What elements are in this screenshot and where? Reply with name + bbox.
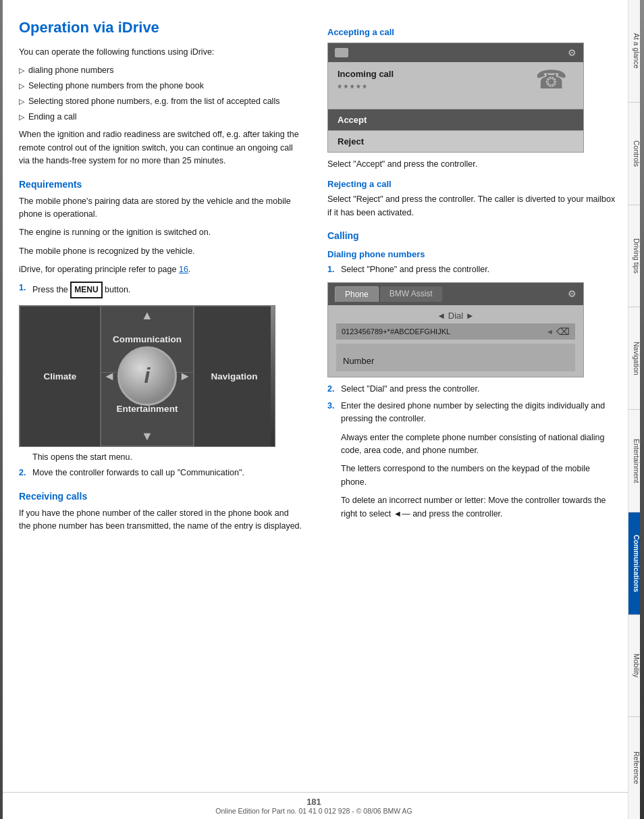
bullet-text-1: dialing phone numbers bbox=[28, 64, 113, 77]
req-para4-prefix: iDrive, for operating principle refer to… bbox=[19, 265, 179, 274]
center-knob: i bbox=[117, 346, 177, 406]
r-step3-text: Enter the desired phone number by select… bbox=[341, 400, 616, 426]
bullet-text-2: Selecting phone numbers from the phone b… bbox=[28, 80, 204, 93]
rejecting-body: Select "Reject" and press the controller… bbox=[327, 193, 616, 219]
menu-button: MENU bbox=[70, 282, 102, 298]
incoming-call-header: ⚙ bbox=[328, 43, 583, 62]
accept-button[interactable]: Accept bbox=[328, 109, 583, 130]
navigation-label: Navigation bbox=[211, 371, 257, 381]
step2-text: Move the controller forwards to call up … bbox=[32, 467, 244, 479]
step2-num: 2. bbox=[19, 467, 32, 479]
dial-label: Dial bbox=[448, 311, 463, 321]
caption-text: This opens the start menu. bbox=[32, 451, 302, 464]
bullet-arrow-1: ▷ bbox=[19, 65, 24, 76]
arrow-down-icon: ▼ bbox=[141, 429, 153, 444]
handset-icon: ☎ bbox=[535, 65, 567, 95]
step1-item: 1. Press the MENU button. bbox=[19, 282, 302, 298]
bullet-list: ▷ dialing phone numbers ▷ Selecting phon… bbox=[19, 64, 302, 123]
bullet-item-2: ▷ Selecting phone numbers from the phone… bbox=[19, 80, 302, 93]
r-step2-text: Select "Dial" and press the controller. bbox=[341, 383, 480, 396]
dialing-heading: Dialing phone numbers bbox=[327, 249, 616, 259]
body-para: When the ignition and radio readiness ar… bbox=[19, 128, 302, 167]
phone-dial-screenshot: Phone BMW Assist ⚙ ◄ Dial ► 0123456789+*… bbox=[327, 282, 584, 377]
page-title: Operation via iDrive bbox=[19, 19, 302, 36]
dial-header: Phone BMW Assist ⚙ bbox=[328, 283, 583, 305]
intro-text: You can operate the following functions … bbox=[19, 46, 302, 59]
arrow-right-icon: ► bbox=[179, 369, 191, 383]
rejecting-heading: Rejecting a call bbox=[327, 179, 616, 189]
dial-chars-text: 0123456789+*#ABCDEFGHIJKL bbox=[342, 327, 543, 336]
accepting-heading: Accepting a call bbox=[327, 27, 616, 37]
dial-side-strip-right bbox=[640, 0, 644, 819]
arrow-up-icon: ▲ bbox=[141, 309, 153, 323]
dial-settings-icon: ⚙ bbox=[568, 288, 576, 299]
step1-num: 1. bbox=[19, 282, 32, 298]
dial-chars: 0123456789+*#ABCDEFGHIJKL ◄ ⌫ bbox=[336, 323, 575, 340]
bmw-assist-tab[interactable]: BMW Assist bbox=[380, 286, 442, 302]
r-step3-content: Enter the desired phone number by select… bbox=[341, 400, 616, 526]
r-step3-cont1: Always enter the complete phone number c… bbox=[341, 431, 616, 458]
page-number: 181 bbox=[306, 797, 321, 807]
r-step1-item: 1. Select "Phone" and press the controll… bbox=[327, 263, 616, 276]
req-para4-suffix: . bbox=[188, 265, 190, 274]
screenshot-side-strip bbox=[271, 306, 275, 446]
reject-button[interactable]: Reject bbox=[328, 130, 583, 152]
footer: 181 Online Edition for Part no. 01 41 0 … bbox=[0, 792, 628, 819]
req-para1: The mobile phone's pairing data are stor… bbox=[19, 195, 302, 221]
r-step3-num: 3. bbox=[327, 400, 341, 526]
bullet-arrow-3: ▷ bbox=[19, 96, 24, 107]
bullet-arrow-4: ▷ bbox=[19, 111, 24, 123]
bullet-item-1: ▷ dialing phone numbers bbox=[19, 64, 302, 77]
req-para4: iDrive, for operating principle refer to… bbox=[19, 263, 302, 276]
bullet-item-4: ▷ Ending a call bbox=[19, 111, 302, 124]
receiving-heading: Receiving calls bbox=[19, 491, 302, 502]
arrow-left-icon: ◄ bbox=[103, 369, 115, 383]
step2-item: 2. Move the controller forwards to call … bbox=[19, 467, 302, 479]
dial-arrows: ◄ Dial ► bbox=[336, 311, 575, 321]
knob-i-icon: i bbox=[144, 363, 151, 388]
phone-tab[interactable]: Phone bbox=[335, 286, 379, 302]
idrive-screenshot: Climate Navigation Communication Enterta… bbox=[19, 305, 275, 447]
r-step1-text: Select "Phone" and press the controller. bbox=[341, 263, 489, 276]
bullet-item-3: ▷ Selecting stored phone numbers, e.g. f… bbox=[19, 95, 302, 108]
r-step2-num: 2. bbox=[327, 383, 341, 396]
incoming-call-buttons: Accept Reject bbox=[328, 109, 583, 152]
dial-side-strip bbox=[0, 0, 3, 819]
incoming-call-body: Incoming call ***** ☎ bbox=[328, 62, 583, 109]
number-field: Number bbox=[336, 344, 575, 371]
receiving-body: If you have the phone number of the call… bbox=[19, 507, 302, 533]
dial-arrow-right: ◄ bbox=[546, 327, 554, 336]
communication-label: Communication bbox=[113, 334, 182, 344]
incoming-call-screenshot: ⚙ Incoming call ***** ☎ Accept Reject bbox=[327, 43, 584, 153]
r-step1-num: 1. bbox=[327, 263, 341, 276]
r-step3-item: 3. Enter the desired phone number by sel… bbox=[327, 400, 616, 526]
bullet-arrow-2: ▷ bbox=[19, 80, 24, 92]
req-para2: The engine is running or the ignition is… bbox=[19, 226, 302, 239]
phone-small-icon bbox=[335, 48, 348, 57]
backspace-icon[interactable]: ⌫ bbox=[556, 326, 570, 337]
bullet-text-4: Ending a call bbox=[28, 111, 77, 124]
calling-heading: Calling bbox=[327, 230, 616, 241]
climate-label: Climate bbox=[44, 371, 77, 381]
r-step3-cont2: The letters correspond to the numbers on… bbox=[341, 463, 616, 489]
requirements-heading: Requirements bbox=[19, 179, 302, 190]
dial-body: ◄ Dial ► 0123456789+*#ABCDEFGHIJKL ◄ ⌫ N… bbox=[328, 305, 583, 377]
r-step3-cont3: To delete an incorrect number or letter:… bbox=[341, 494, 616, 521]
accepting-caption: Select "Accept" and press the controller… bbox=[327, 158, 616, 171]
footer-text: Online Edition for Part no. 01 41 0 012 … bbox=[0, 807, 628, 815]
settings-icon: ⚙ bbox=[568, 47, 576, 58]
req-para4-link[interactable]: 16 bbox=[179, 265, 188, 274]
r-step2-item: 2. Select "Dial" and press the controlle… bbox=[327, 383, 616, 396]
bullet-text-3: Selecting stored phone numbers, e.g. fro… bbox=[28, 95, 279, 108]
page-number-area: 181 bbox=[0, 797, 628, 807]
req-para3: The mobile phone is recognized by the ve… bbox=[19, 245, 302, 258]
dial-tabs: Phone BMW Assist bbox=[335, 286, 442, 302]
number-label: Number bbox=[343, 356, 374, 366]
step1-text: Press the MENU button. bbox=[32, 282, 130, 298]
header-left bbox=[335, 48, 348, 57]
